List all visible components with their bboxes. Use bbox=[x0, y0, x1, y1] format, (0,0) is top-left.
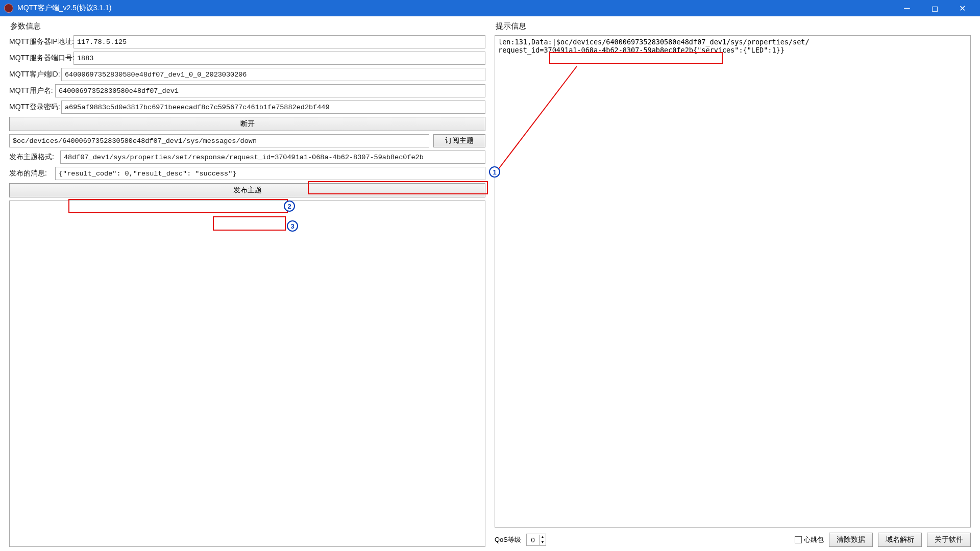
window-title: MQTT客户端_v2.5(协议3.1.1) bbox=[17, 4, 893, 13]
heartbeat-checkbox[interactable]: 心跳包 bbox=[795, 535, 824, 544]
publish-topic-input[interactable] bbox=[60, 151, 485, 164]
annotation-step-2: 2 bbox=[284, 201, 295, 212]
password-label: MQTT登录密码: bbox=[9, 103, 61, 112]
publish-message-label: 发布的消息: bbox=[9, 169, 55, 178]
username-input[interactable] bbox=[55, 84, 485, 97]
publish-topic-label: 发布主题格式: bbox=[9, 153, 60, 162]
info-log-area[interactable]: len:131,Data:|$oc/devices/64000697352830… bbox=[495, 35, 971, 528]
about-button[interactable]: 关于软件 bbox=[927, 533, 971, 547]
dns-resolve-button[interactable]: 域名解析 bbox=[878, 533, 922, 547]
publish-button[interactable]: 发布主题 bbox=[9, 183, 485, 197]
subscribe-button[interactable]: 订阅主题 bbox=[433, 134, 485, 147]
qos-label: QoS等级 bbox=[495, 535, 521, 544]
log-line-1: len:131,Data:|$oc/devices/64000697352830… bbox=[498, 38, 810, 46]
close-button[interactable]: ✕ bbox=[948, 0, 976, 16]
client-id-input[interactable] bbox=[61, 68, 485, 81]
qos-value-input[interactable] bbox=[527, 536, 539, 544]
disconnect-button[interactable]: 断开 bbox=[9, 117, 485, 131]
params-section-title: 参数信息 bbox=[10, 21, 485, 31]
annotation-step-1: 1 bbox=[489, 166, 500, 178]
minimize-button[interactable]: ─ bbox=[893, 0, 921, 16]
password-input[interactable] bbox=[61, 101, 485, 114]
server-ip-label: MQTT服务器IP地址: bbox=[9, 37, 74, 46]
publish-log-area[interactable] bbox=[9, 201, 485, 547]
server-ip-input[interactable] bbox=[74, 35, 485, 48]
maximize-button[interactable]: ◻ bbox=[921, 0, 948, 16]
log-line-2: request_id=370491a1-068a-4b62-8307-59ab8… bbox=[498, 46, 785, 54]
server-port-label: MQTT服务器端口号: bbox=[9, 54, 74, 63]
client-id-label: MQTT客户端ID: bbox=[9, 70, 61, 79]
qos-spinner[interactable]: ▲ ▼ bbox=[526, 534, 546, 546]
username-label: MQTT用户名: bbox=[9, 86, 55, 95]
window-titlebar: MQTT客户端_v2.5(协议3.1.1) ─ ◻ ✕ bbox=[0, 0, 980, 16]
clear-data-button[interactable]: 清除数据 bbox=[829, 533, 873, 547]
info-section-title: 提示信息 bbox=[496, 21, 971, 31]
subscribe-topic-input[interactable] bbox=[9, 134, 429, 147]
server-port-input[interactable] bbox=[74, 52, 485, 65]
checkbox-box-icon bbox=[795, 536, 802, 543]
publish-message-input[interactable] bbox=[55, 167, 485, 180]
qos-up-icon[interactable]: ▲ bbox=[540, 535, 546, 540]
annotation-step-3: 3 bbox=[287, 220, 298, 232]
heartbeat-label: 心跳包 bbox=[804, 535, 824, 544]
app-icon bbox=[4, 4, 13, 13]
qos-down-icon[interactable]: ▼ bbox=[540, 540, 546, 545]
